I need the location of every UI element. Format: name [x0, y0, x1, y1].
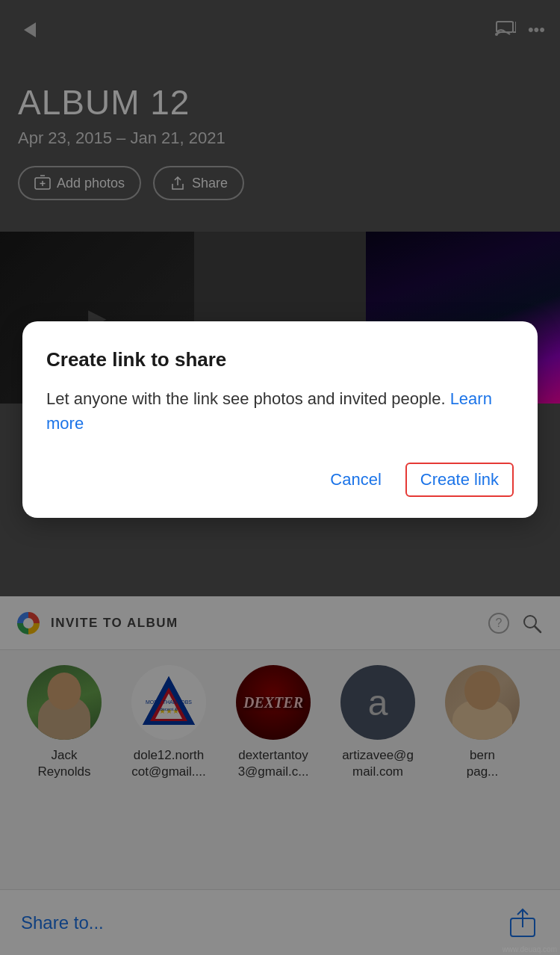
watermark: www.deuaq.com	[503, 945, 557, 954]
modal-actions: Cancel Create link	[46, 463, 514, 497]
create-link-button[interactable]: Create link	[405, 463, 514, 497]
modal-title: Create link to share	[46, 348, 514, 371]
create-link-modal: Create link to share Let anyone with the…	[22, 321, 538, 518]
modal-body-text: Let anyone with the link see photos and …	[46, 389, 446, 408]
modal-body: Let anyone with the link see photos and …	[46, 386, 514, 436]
cancel-button[interactable]: Cancel	[321, 464, 390, 495]
